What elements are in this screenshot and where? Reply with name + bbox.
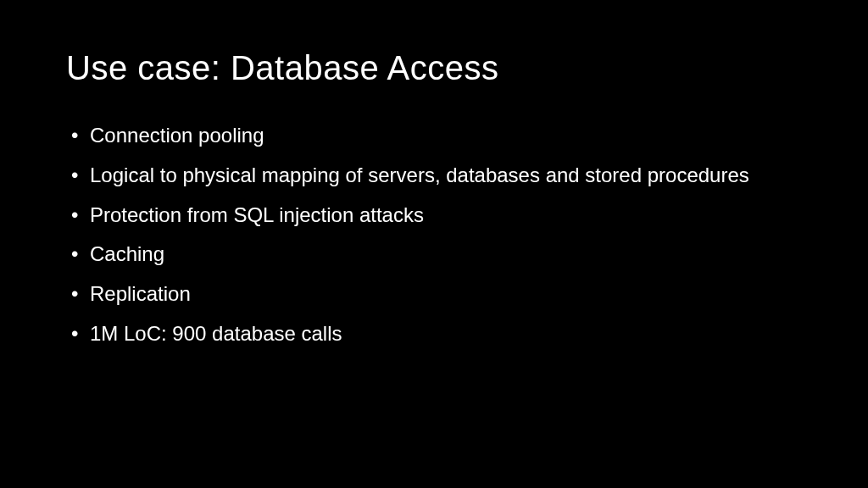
bullet-item: Logical to physical mapping of servers, … [71,161,766,191]
bullet-item: 1M LoC: 900 database calls [71,319,766,349]
bullet-item: Connection pooling [71,121,766,151]
slide-container: Use case: Database Access Connection poo… [0,0,868,488]
bullet-item: Caching [71,240,766,269]
bullet-item: Protection from SQL injection attacks [71,201,766,230]
bullet-list: Connection pooling Logical to physical m… [66,121,802,349]
slide-title: Use case: Database Access [66,49,802,87]
bullet-item: Replication [71,280,766,309]
